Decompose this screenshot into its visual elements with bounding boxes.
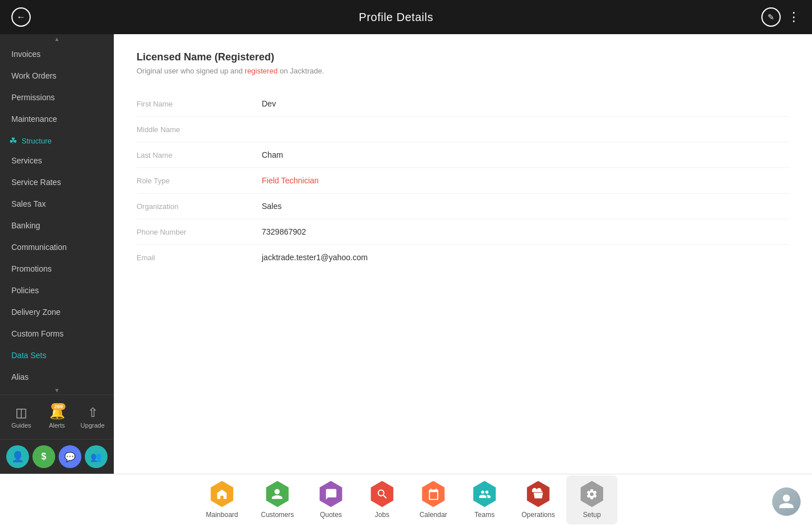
mainboard-icon — [209, 481, 235, 507]
field-label-organization: Organization — [137, 202, 262, 211]
sidebar-scroll: Invoices Work Orders Permissions Mainten… — [0, 43, 114, 385]
tab-items: Mainboard Customers Quotes Jobs Calendar — [195, 475, 617, 524]
field-label-last-name: Last Name — [137, 150, 262, 159]
field-label-middle-name: Middle Name — [137, 125, 262, 134]
alerts-button[interactable]: 🔔 269 Alerts — [39, 402, 75, 432]
sidebar-section-structure-label: Structure — [22, 137, 52, 145]
field-row-phone: Phone Number 7329867902 — [137, 219, 789, 245]
profile-user-icon[interactable]: 👤 — [6, 445, 29, 468]
tab-operations[interactable]: Operations — [510, 475, 567, 524]
sidebar-item-custom-forms[interactable]: Custom Forms — [0, 323, 114, 344]
customers-icon — [264, 481, 290, 507]
profile-dollar-icon[interactable]: $ — [32, 445, 55, 468]
tab-teams-label: Teams — [475, 511, 494, 519]
sidebar-item-data-sets[interactable]: Data Sets — [0, 344, 114, 366]
tab-quotes[interactable]: Quotes — [306, 475, 357, 524]
back-icon: ← — [17, 12, 26, 22]
field-row-organization: Organization Sales — [137, 194, 789, 219]
field-value-organization: Sales — [262, 202, 282, 211]
field-label-first-name: First Name — [137, 99, 262, 108]
field-row-last-name: Last Name Cham — [137, 142, 789, 168]
field-value-first-name: Dev — [262, 99, 276, 108]
sidebar-section-structure[interactable]: ☘ Structure — [0, 130, 114, 150]
field-row-role-type: Role Type Field Technician — [137, 168, 789, 194]
section-subtitle: Original user who signed up and register… — [137, 67, 789, 75]
header-left: ← — [11, 7, 31, 27]
more-options-icon[interactable]: ⋮ — [788, 10, 801, 24]
scroll-up-arrow[interactable]: ▲ — [0, 34, 114, 43]
bottom-tabbar: Mainboard Customers Quotes Jobs Calendar — [0, 474, 812, 525]
registered-link[interactable]: registered — [245, 67, 278, 75]
sidebar-bottom-actions: ◫ Guides 🔔 269 Alerts ⇧ Upgrade — [0, 395, 114, 439]
sidebar-bottom-row: ◫ Guides 🔔 269 Alerts ⇧ Upgrade — [0, 400, 114, 434]
top-header: ← Profile Details ✎ ⋮ — [0, 0, 812, 34]
structure-icon: ☘ — [9, 136, 17, 146]
header-right: ✎ ⋮ — [761, 7, 801, 27]
tab-operations-label: Operations — [522, 511, 555, 519]
edit-icon: ✎ — [768, 13, 774, 22]
tab-setup-label: Setup — [583, 511, 601, 519]
sidebar: ▲ Invoices Work Orders Permissions Maint… — [0, 34, 114, 474]
tab-calendar[interactable]: Calendar — [408, 475, 459, 524]
field-value-role-type: Field Technician — [262, 176, 319, 185]
sidebar-item-services[interactable]: Services — [0, 150, 114, 171]
sidebar-item-sales-tax[interactable]: Sales Tax — [0, 193, 114, 215]
avatar-image — [772, 487, 801, 516]
edit-button[interactable]: ✎ — [761, 7, 781, 27]
tab-mainboard-label: Mainboard — [206, 511, 238, 519]
sidebar-item-invoices[interactable]: Invoices — [0, 43, 114, 65]
user-avatar[interactable] — [772, 487, 801, 516]
tab-quotes-label: Quotes — [320, 511, 342, 519]
tab-jobs[interactable]: Jobs — [357, 475, 408, 524]
sidebar-item-alias[interactable]: Alias — [0, 366, 114, 385]
upgrade-icon: ⇧ — [88, 405, 98, 420]
sidebar-item-delivery-zone[interactable]: Delivery Zone — [0, 301, 114, 323]
guides-button[interactable]: ◫ Guides — [3, 402, 39, 432]
field-label-phone: Phone Number — [137, 227, 262, 236]
sidebar-item-banking[interactable]: Banking — [0, 215, 114, 236]
page-title: Profile Details — [359, 11, 434, 24]
tab-customers[interactable]: Customers — [249, 475, 305, 524]
field-row-email: Email jacktrade.tester1@yahoo.com — [137, 245, 789, 270]
sidebar-item-service-rates[interactable]: Service Rates — [0, 171, 114, 193]
sidebar-profile-row: 👤 $ 💬 👥 — [0, 439, 114, 474]
field-label-role-type: Role Type — [137, 176, 262, 185]
guides-icon: ◫ — [15, 405, 27, 420]
tab-customers-label: Customers — [261, 511, 294, 519]
upgrade-label: Upgrade — [81, 422, 105, 429]
profile-chat-icon[interactable]: 💬 — [59, 445, 81, 468]
field-value-phone: 7329867902 — [262, 227, 306, 236]
field-row-first-name: First Name Dev — [137, 91, 789, 117]
profile-group-icon[interactable]: 👥 — [85, 445, 108, 468]
sidebar-item-permissions[interactable]: Permissions — [0, 87, 114, 108]
content-area: Licensed Name (Registered) Original user… — [114, 34, 812, 474]
field-value-last-name: Cham — [262, 150, 283, 159]
sidebar-item-policies[interactable]: Policies — [0, 280, 114, 301]
sidebar-item-maintenance[interactable]: Maintenance — [0, 108, 114, 130]
alerts-badge: 269 — [51, 403, 65, 410]
back-button[interactable]: ← — [11, 7, 31, 27]
field-value-email: jacktrade.tester1@yahoo.com — [262, 253, 368, 262]
sidebar-item-promotions[interactable]: Promotions — [0, 258, 114, 280]
tab-jobs-label: Jobs — [375, 511, 389, 519]
guides-label: Guides — [11, 422, 31, 429]
section-title: Licensed Name (Registered) — [137, 51, 789, 63]
tab-calendar-label: Calendar — [419, 511, 447, 519]
jobs-icon — [369, 481, 395, 507]
setup-icon — [579, 481, 605, 507]
tab-teams[interactable]: Teams — [459, 475, 510, 524]
teams-icon — [472, 481, 498, 507]
main-body: ▲ Invoices Work Orders Permissions Maint… — [0, 34, 812, 474]
scroll-down-arrow[interactable]: ▼ — [0, 385, 114, 395]
upgrade-button[interactable]: ⇧ Upgrade — [75, 402, 110, 432]
sidebar-item-work-orders[interactable]: Work Orders — [0, 65, 114, 87]
tab-setup[interactable]: Setup — [566, 475, 617, 524]
quotes-icon — [318, 481, 344, 507]
operations-icon — [525, 481, 551, 507]
alerts-label: Alerts — [49, 422, 65, 429]
field-label-email: Email — [137, 253, 262, 262]
tab-mainboard[interactable]: Mainboard — [195, 475, 250, 524]
calendar-icon — [421, 481, 447, 507]
field-row-middle-name: Middle Name — [137, 117, 789, 142]
sidebar-item-communication[interactable]: Communication — [0, 236, 114, 258]
